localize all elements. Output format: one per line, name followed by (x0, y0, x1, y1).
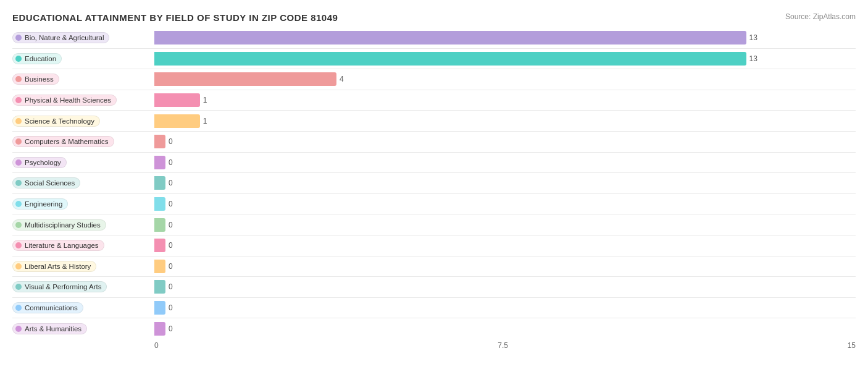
label-dot (15, 263, 22, 269)
label-dot (15, 138, 22, 145)
bar-fill (154, 301, 165, 315)
x-axis-label: 15 (848, 341, 856, 350)
label-area: Arts & Humanities (12, 323, 154, 334)
label-area: Computers & Mathematics (12, 136, 154, 147)
chart-container: EDUCATIONAL ATTAINMENT BY FIELD OF STUDY… (0, 0, 868, 390)
bar-row: Literature & Languages0 (12, 235, 856, 256)
bar-row: Social Sciences0 (12, 173, 856, 194)
label-pill: Physical & Health Sciences (12, 95, 117, 106)
label-pill: Visual & Performing Arts (12, 281, 107, 292)
label-dot (15, 305, 22, 311)
label-area: Visual & Performing Arts (12, 281, 154, 292)
bar-row: Psychology0 (12, 153, 856, 174)
bar-row: Education13 (12, 49, 856, 70)
label-dot (15, 56, 22, 62)
label-pill: Arts & Humanities (12, 323, 87, 334)
bar-row: Science & Technology1 (12, 111, 856, 132)
label-area: Communications (12, 302, 154, 313)
bar-fill (154, 72, 336, 86)
bar-and-value: 0 (154, 318, 856, 339)
bar-track: 0 (154, 322, 837, 336)
bar-value: 0 (169, 241, 173, 250)
chart-area: Bio, Nature & Agricultural13Education13B… (12, 28, 856, 350)
bar-value: 0 (169, 158, 173, 167)
bar-and-value: 4 (154, 69, 856, 90)
bar-label: Visual & Performing Arts (25, 283, 101, 290)
bar-fill (154, 156, 165, 169)
bar-track: 1 (154, 114, 837, 128)
bar-track: 0 (154, 218, 837, 232)
bar-and-value: 13 (154, 49, 856, 69)
label-area: Multidisciplinary Studies (12, 219, 154, 231)
bar-label: Education (25, 55, 56, 62)
bar-and-value: 0 (154, 194, 856, 214)
bar-label: Business (25, 75, 54, 83)
bar-value: 0 (169, 262, 173, 271)
bar-fill (154, 114, 200, 128)
label-area: Social Sciences (12, 177, 154, 189)
label-pill: Psychology (12, 157, 67, 168)
bar-fill (154, 260, 165, 273)
bar-track: 0 (154, 239, 837, 252)
label-area: Liberal Arts & History (12, 261, 154, 272)
bar-track: 0 (154, 301, 837, 315)
bar-row: Communications0 (12, 298, 856, 319)
label-pill: Bio, Nature & Agricultural (12, 32, 109, 43)
bar-track: 13 (154, 31, 837, 45)
bar-track: 0 (154, 280, 837, 294)
bar-track: 0 (154, 135, 837, 148)
label-dot (15, 76, 22, 82)
bar-value: 0 (169, 282, 173, 291)
label-pill: Communications (12, 302, 83, 313)
bar-label: Communications (25, 304, 78, 312)
label-area: Bio, Nature & Agricultural (12, 32, 154, 43)
label-area: Physical & Health Sciences (12, 95, 154, 106)
bar-fill (154, 322, 165, 336)
bar-value: 4 (340, 75, 344, 83)
label-dot (15, 284, 22, 290)
label-pill: Social Sciences (12, 177, 80, 189)
x-axis: 07.515 (154, 339, 856, 350)
label-pill: Liberal Arts & History (12, 261, 96, 272)
bar-row: Engineering0 (12, 194, 856, 215)
bar-fill (154, 52, 746, 66)
bar-and-value: 0 (154, 235, 856, 256)
bar-fill (154, 218, 165, 232)
label-area: Literature & Languages (12, 240, 154, 251)
label-pill: Science & Technology (12, 116, 100, 127)
label-pill: Multidisciplinary Studies (12, 219, 106, 231)
bar-label: Arts & Humanities (25, 325, 81, 333)
bar-value: 1 (203, 96, 207, 104)
bar-fill (154, 93, 200, 107)
bar-and-value: 0 (154, 153, 856, 173)
label-area: Science & Technology (12, 116, 154, 127)
label-dot (15, 201, 22, 207)
label-pill: Literature & Languages (12, 240, 104, 251)
bar-row: Visual & Performing Arts0 (12, 277, 856, 298)
bar-fill (154, 31, 746, 45)
bar-value: 13 (749, 54, 757, 63)
bar-fill (154, 197, 165, 211)
bar-track: 13 (154, 52, 837, 66)
bar-and-value: 0 (154, 298, 856, 318)
label-area: Engineering (12, 198, 154, 210)
bar-label: Engineering (25, 200, 62, 208)
bar-value: 13 (749, 33, 757, 42)
x-axis-label: 7.5 (498, 341, 508, 350)
bar-label: Bio, Nature & Agricultural (25, 34, 104, 41)
bar-row: Arts & Humanities0 (12, 318, 856, 339)
x-axis-label: 0 (154, 341, 159, 350)
bar-and-value: 0 (154, 277, 856, 297)
label-dot (15, 118, 22, 124)
bar-label: Computers & Mathematics (25, 138, 109, 145)
bar-and-value: 1 (154, 90, 856, 111)
bar-and-value: 13 (154, 28, 856, 48)
label-area: Psychology (12, 157, 154, 168)
label-dot (15, 159, 22, 166)
bar-value: 0 (169, 137, 173, 146)
bar-label: Science & Technology (25, 117, 94, 125)
bar-fill (154, 135, 165, 148)
bar-track: 0 (154, 260, 837, 273)
bar-track: 0 (154, 176, 837, 190)
bar-row: Computers & Mathematics0 (12, 132, 856, 153)
